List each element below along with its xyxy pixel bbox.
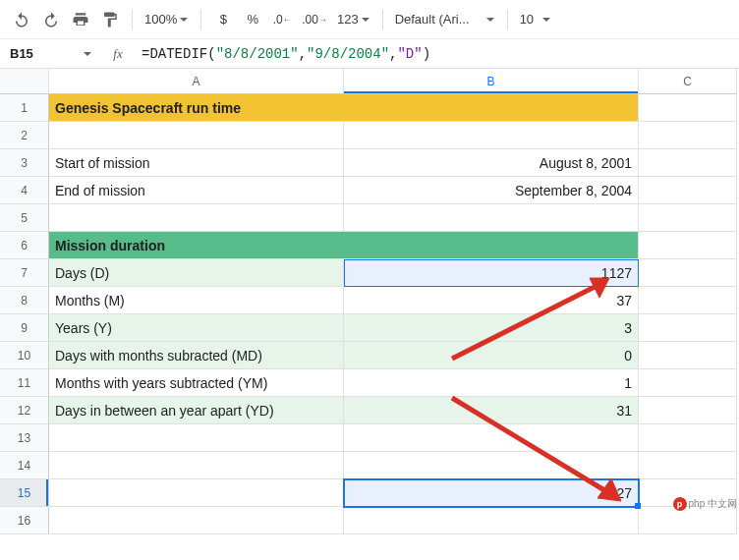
row-header-15[interactable]: 15: [0, 479, 49, 507]
rows: 1 Genesis Spacecraft run time 2 3 Start …: [0, 94, 739, 534]
watermark: p php 中文网: [673, 497, 737, 511]
cell-C14[interactable]: [639, 452, 737, 479]
decrease-decimal-button[interactable]: .0←: [268, 6, 296, 33]
cell-C2[interactable]: [639, 122, 737, 149]
watermark-logo: p: [673, 497, 687, 511]
cell-A9[interactable]: Years (Y): [49, 314, 344, 342]
undo-button[interactable]: [8, 6, 35, 33]
redo-button[interactable]: [37, 6, 65, 33]
cell-B11[interactable]: 1: [344, 369, 639, 397]
cell-A1[interactable]: Genesis Spacecraft run time: [49, 94, 639, 122]
row-header-6[interactable]: 6: [0, 232, 49, 259]
cell-A10[interactable]: Days with months subracted (MD): [49, 342, 344, 369]
row-header-12[interactable]: 12: [0, 397, 49, 424]
font-dropdown[interactable]: Default (Ari...: [391, 6, 499, 33]
separator: [507, 10, 508, 29]
separator: [382, 10, 383, 29]
row-header-10[interactable]: 10: [0, 342, 49, 369]
cell-C16[interactable]: [639, 507, 737, 534]
cell-A11[interactable]: Months with years subtracted (YM): [49, 369, 344, 397]
cell-A13[interactable]: [49, 424, 344, 452]
cell-A3[interactable]: Start of mission: [49, 149, 344, 177]
separator: [132, 10, 133, 29]
row-header-14[interactable]: 14: [0, 452, 49, 479]
row-header-8[interactable]: 8: [0, 287, 49, 314]
name-box-value: B15: [10, 46, 33, 61]
percent-button[interactable]: %: [239, 6, 266, 33]
chevron-down-icon: [485, 15, 495, 25]
column-headers: A B C: [0, 69, 739, 94]
col-header-A[interactable]: A: [49, 69, 344, 94]
increase-decimal-button[interactable]: .00→: [298, 6, 331, 33]
cell-B15[interactable]: 1127: [344, 479, 639, 507]
cell-A14[interactable]: [49, 452, 344, 479]
font-name: Default (Ari...: [395, 12, 470, 27]
formula-bar: B15 fx =DATEDIF("8/8/2001","9/8/2004","D…: [0, 39, 739, 69]
cell-C11[interactable]: [639, 369, 737, 397]
separator: [200, 10, 201, 29]
col-header-C[interactable]: C: [639, 69, 737, 94]
cell-A12[interactable]: Days in between an year apart (YD): [49, 397, 344, 424]
row-header-11[interactable]: 11: [0, 369, 49, 397]
zoom-value: 100%: [144, 12, 177, 27]
cell-B3[interactable]: August 8, 2001: [344, 149, 639, 177]
font-size-dropdown[interactable]: 10: [516, 6, 555, 33]
cell-C1[interactable]: [639, 94, 737, 122]
cell-C4[interactable]: [639, 177, 737, 204]
select-all-corner[interactable]: [0, 69, 49, 94]
row-header-9[interactable]: 9: [0, 314, 49, 342]
cell-B10[interactable]: 0: [344, 342, 639, 369]
toolbar: 100% $ % .0← .00→ 123 Default (Ari... 10: [0, 0, 739, 39]
spreadsheet-grid: A B C 1 Genesis Spacecraft run time 2 3 …: [0, 69, 739, 534]
cell-B16[interactable]: [344, 507, 639, 534]
cell-C13[interactable]: [639, 424, 737, 452]
cell-A16[interactable]: [49, 507, 344, 534]
chevron-down-icon: [179, 15, 189, 25]
cell-B2[interactable]: [344, 122, 639, 149]
row-header-3[interactable]: 3: [0, 149, 49, 177]
chevron-down-icon: [83, 49, 92, 59]
row-header-4[interactable]: 4: [0, 177, 49, 204]
row-header-7[interactable]: 7: [0, 259, 49, 287]
cell-C3[interactable]: [639, 149, 737, 177]
cell-B12[interactable]: 31: [344, 397, 639, 424]
row-header-16[interactable]: 16: [0, 507, 49, 534]
cell-B14[interactable]: [344, 452, 639, 479]
chevron-down-icon: [361, 15, 370, 25]
cell-A15[interactable]: [49, 479, 344, 507]
row-header-2[interactable]: 2: [0, 122, 49, 149]
cell-C9[interactable]: [639, 314, 737, 342]
formula-input[interactable]: =DATEDIF("8/8/2001","9/8/2004","D"): [138, 46, 739, 62]
cell-A7[interactable]: Days (D): [49, 259, 344, 287]
cell-C10[interactable]: [639, 342, 737, 369]
cell-B8[interactable]: 37: [344, 287, 639, 314]
cell-C6[interactable]: [639, 232, 737, 259]
cell-C5[interactable]: [639, 204, 737, 232]
cell-A8[interactable]: Months (M): [49, 287, 344, 314]
row-header-13[interactable]: 13: [0, 424, 49, 452]
name-box[interactable]: B15: [0, 46, 98, 61]
row-header-5[interactable]: 5: [0, 204, 49, 232]
col-header-B[interactable]: B: [344, 69, 639, 94]
print-button[interactable]: [67, 6, 94, 33]
cell-B9[interactable]: 3: [344, 314, 639, 342]
zoom-dropdown[interactable]: 100%: [141, 6, 193, 33]
cell-C12[interactable]: [639, 397, 737, 424]
row-header-1[interactable]: 1: [0, 94, 49, 122]
currency-button[interactable]: $: [209, 6, 237, 33]
cell-B13[interactable]: [344, 424, 639, 452]
fx-label: fx: [98, 46, 138, 62]
paint-format-button[interactable]: [96, 6, 124, 33]
more-formats-dropdown[interactable]: 123: [333, 6, 374, 33]
cell-B7[interactable]: 1127: [344, 259, 639, 287]
cell-B4[interactable]: September 8, 2004: [344, 177, 639, 204]
cell-A2[interactable]: [49, 122, 344, 149]
cell-A4[interactable]: End of mission: [49, 177, 344, 204]
font-size-value: 10: [520, 12, 534, 27]
cell-C7[interactable]: [639, 259, 737, 287]
cell-A6[interactable]: Mission duration: [49, 232, 639, 259]
cell-B5[interactable]: [344, 204, 639, 232]
cell-A5[interactable]: [49, 204, 344, 232]
selection-handle[interactable]: [635, 503, 641, 509]
cell-C8[interactable]: [639, 287, 737, 314]
